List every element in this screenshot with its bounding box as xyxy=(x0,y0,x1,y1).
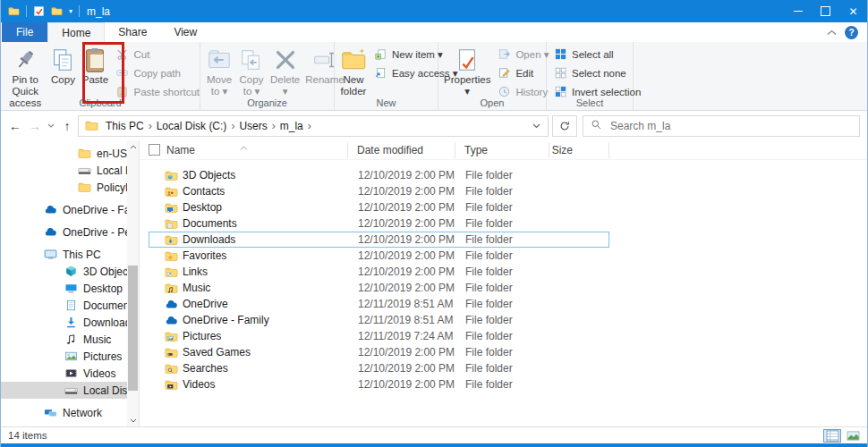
sidebar-item-downloads[interactable]: Downloads xyxy=(1,314,139,331)
file-row-onedrive[interactable]: OneDrive12/11/2019 8:51 AMFile folder xyxy=(149,296,609,312)
search-input[interactable] xyxy=(608,119,859,133)
breadcrumb-separator-icon[interactable]: › xyxy=(308,120,311,132)
select-none-button[interactable]: Select none xyxy=(554,66,641,81)
button-label: Edit xyxy=(515,68,533,80)
sidebar-item-local-disk-c[interactable]: Local Disk (C:) xyxy=(1,382,139,399)
file-row-documents[interactable]: Documents12/10/2019 2:00 PMFile folder xyxy=(149,215,609,232)
sidebar-item-onedrive-family[interactable]: OneDrive - Family xyxy=(1,201,139,218)
folder-pictures-icon xyxy=(165,330,178,343)
file-row-searches[interactable]: Searches12/10/2019 2:00 PMFile folder xyxy=(149,360,609,376)
file-row-desktop[interactable]: Desktop12/10/2019 2:00 PMFile folder xyxy=(149,199,609,215)
minimize-ribbon-icon[interactable] xyxy=(827,26,837,38)
tab-home[interactable]: Home xyxy=(47,22,105,42)
close-button[interactable]: ✕ xyxy=(839,0,867,22)
details-view-button[interactable] xyxy=(823,429,841,443)
address-box[interactable]: This PC›Local Disk (C:)›Users›m_la› xyxy=(78,115,549,137)
file-row-contacts[interactable]: Contacts12/10/2019 2:00 PMFile folder xyxy=(149,183,609,199)
file-row-3d-objects[interactable]: 3D Objects12/10/2019 2:00 PMFile folder xyxy=(149,167,609,183)
properties-quick-button[interactable] xyxy=(33,5,45,17)
copy-path-icon xyxy=(115,66,129,81)
refresh-button[interactable] xyxy=(552,115,577,137)
scroll-up-icon[interactable] xyxy=(127,140,139,153)
breadcrumb-m-la[interactable]: m_la xyxy=(276,120,308,132)
sidebar-item-documents[interactable]: Documents xyxy=(1,297,139,314)
file-type: File folder xyxy=(456,201,550,214)
file-type: File folder xyxy=(456,298,550,310)
minimize-button[interactable] xyxy=(784,0,812,22)
file-date-modified: 12/10/2019 2:00 PM xyxy=(349,249,456,262)
recent-locations-dropdown-icon[interactable] xyxy=(46,116,56,136)
sidebar-item-local-disk-c[interactable]: Local Disk (C:) xyxy=(1,162,139,179)
breadcrumb-this-pc[interactable]: This PC xyxy=(101,120,149,132)
customize-qat-dropdown-icon[interactable]: ▾ xyxy=(69,7,72,15)
tab-view[interactable]: View xyxy=(160,22,210,42)
paste-button[interactable]: Paste xyxy=(79,45,111,87)
cut-button[interactable]: Cut xyxy=(115,47,200,63)
content-area: en-USLocal Disk (C:)PolicyDefinitionsOne… xyxy=(1,140,867,426)
select-all-button[interactable]: Select all xyxy=(554,47,641,63)
sidebar-item-onedrive-personal[interactable]: OneDrive - Personal xyxy=(1,224,139,240)
sidebar-item-pictures[interactable]: Pictures xyxy=(1,348,139,365)
sidebar-scrollbar[interactable] xyxy=(127,140,139,426)
file-row-videos[interactable]: Videos12/10/2019 2:00 PMFile folder xyxy=(149,376,609,392)
file-date-modified: 12/10/2019 2:00 PM xyxy=(349,346,456,358)
file-row-downloads[interactable]: Downloads12/10/2019 2:00 PMFile folder xyxy=(149,232,609,248)
network-icon xyxy=(44,406,57,419)
open-button[interactable]: Open ▾ xyxy=(498,47,549,63)
file-menu-button[interactable]: File xyxy=(2,22,47,42)
button-label: Copy path xyxy=(133,68,180,80)
help-icon[interactable]: ? xyxy=(845,26,858,39)
scrollbar-thumb[interactable] xyxy=(128,266,138,391)
sidebar-item-en-us[interactable]: en-US xyxy=(1,145,139,162)
back-button[interactable]: ← xyxy=(6,116,24,136)
file-name: OneDrive - Family xyxy=(183,314,269,326)
sidebar-item-label: Pictures xyxy=(83,350,122,363)
breadcrumb-users[interactable]: Users xyxy=(234,120,271,132)
column-header-date-modified[interactable]: Date modified xyxy=(348,142,455,158)
file-date-modified: 12/10/2019 2:00 PM xyxy=(349,282,456,294)
sidebar-item-this-pc[interactable]: This PC xyxy=(1,246,139,263)
new-folder-button[interactable]: Newfolder xyxy=(337,45,370,98)
desktop-icon xyxy=(64,282,78,295)
column-header-name[interactable]: Name xyxy=(160,142,348,158)
file-row-pictures[interactable]: Pictures12/11/2019 7:24 AMFile folder xyxy=(149,328,609,344)
folder-icon xyxy=(78,147,91,160)
delete-button[interactable]: Delete▾ xyxy=(268,45,302,98)
select-all-checkbox[interactable] xyxy=(149,144,160,156)
edit-button[interactable]: Edit xyxy=(498,66,549,81)
sidebar-item-music[interactable]: Music xyxy=(1,331,139,348)
copy-path-button[interactable]: Copy path xyxy=(115,66,200,81)
copy-button[interactable]: Copy xyxy=(47,45,79,87)
address-dropdown-icon[interactable] xyxy=(529,123,544,129)
scroll-down-icon[interactable] xyxy=(127,414,139,426)
properties-button[interactable]: Properties▾ xyxy=(441,45,493,98)
sidebar-item-desktop[interactable]: Desktop xyxy=(1,280,139,297)
button-label: Moveto ▾ xyxy=(207,74,232,97)
file-row-favorites[interactable]: Favorites12/10/2019 2:00 PMFile folder xyxy=(149,248,609,264)
file-row-saved-games[interactable]: Saved Games12/10/2019 2:00 PMFile folder xyxy=(149,344,609,360)
forward-button[interactable]: → xyxy=(26,116,44,136)
up-button[interactable]: ↑ xyxy=(58,116,76,136)
ribbon-tabs: HomeShareView xyxy=(47,22,210,42)
column-header-size[interactable]: Size xyxy=(549,142,609,158)
sidebar-item-videos[interactable]: Videos xyxy=(1,365,139,382)
file-row-links[interactable]: Links12/10/2019 2:00 PMFile folder xyxy=(149,264,609,280)
tab-share[interactable]: Share xyxy=(105,22,160,42)
sidebar-item-label: Network xyxy=(63,407,102,419)
file-row-music[interactable]: Music12/10/2019 2:00 PMFile folder xyxy=(149,280,609,296)
new-folder-quick-button[interactable] xyxy=(51,5,63,17)
sidebar-item-3d-objects[interactable]: 3D Objects xyxy=(1,263,139,280)
maximize-button[interactable] xyxy=(812,0,839,22)
button-label: Delete▾ xyxy=(270,74,300,97)
file-row-onedrive-family[interactable]: OneDrive - Family12/11/2019 8:51 AMFile … xyxy=(149,312,609,328)
column-header-type[interactable]: Type xyxy=(455,142,549,158)
ribbon-group-clipboard: Pin to QuickaccessCopyPasteCutCopy pathP… xyxy=(1,42,200,110)
breadcrumb-local-disk-c[interactable]: Local Disk (C:) xyxy=(152,120,232,132)
sidebar-item-network[interactable]: Network xyxy=(1,404,139,421)
copy-to-button[interactable]: Copyto ▾ xyxy=(235,45,268,98)
explorer-app-icon[interactable] xyxy=(8,5,20,17)
sidebar-item-policydefinitions[interactable]: PolicyDefinitions xyxy=(1,179,139,196)
pin-icon xyxy=(12,46,38,74)
move-to-button[interactable]: Moveto ▾ xyxy=(203,45,235,98)
thumbnail-view-button[interactable] xyxy=(844,429,862,443)
